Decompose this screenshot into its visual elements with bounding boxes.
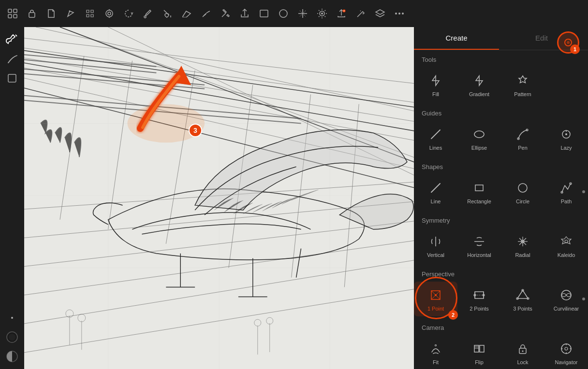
tool-rectangle[interactable]: Rectangle [457, 174, 501, 209]
fit-label: Fit [433, 359, 439, 365]
layers-toolbar-icon[interactable] [371, 5, 389, 22]
navigator-icon [558, 340, 575, 357]
svg-point-83 [565, 133, 567, 135]
tool-lines[interactable]: Lines [414, 121, 457, 156]
wand-toolbar-icon[interactable] [352, 5, 369, 22]
tool-line[interactable]: Line [414, 174, 457, 209]
kaleido-label: Kaleido [558, 252, 575, 258]
tool-horizontal[interactable]: Horizontal [457, 228, 501, 263]
tool-curvilinear[interactable]: Curvilinear [544, 282, 588, 316]
svg-line-78 [431, 130, 440, 139]
svg-point-87 [518, 184, 527, 192]
svg-point-17 [398, 13, 400, 14]
svg-point-5 [69, 11, 71, 12]
perspective-grid: 2 1 Point [414, 280, 588, 318]
sketch-canvas [24, 27, 414, 369]
brush-sidebar-icon[interactable] [3, 31, 21, 48]
right-panel: Create Edit 1 Tools [414, 27, 588, 369]
tool-pattern[interactable]: Pattern [501, 67, 544, 102]
lock-toolbar-icon[interactable] [23, 5, 41, 22]
smudge-toolbar-icon[interactable] [197, 5, 215, 22]
tool-path[interactable]: Path [544, 174, 588, 209]
tool-1point[interactable]: 1 Point [414, 282, 457, 316]
step-3-badge: 3 [189, 124, 202, 137]
svg-point-22 [9, 334, 15, 341]
fill-label: Fill [432, 91, 439, 97]
erase-toolbar-icon[interactable] [178, 5, 195, 22]
svg-rect-1 [14, 9, 17, 13]
3points-label: 3 Points [513, 306, 532, 312]
tool-navigator[interactable]: Navigator [544, 335, 588, 369]
document-toolbar-icon[interactable] [43, 5, 60, 22]
guides-grid: Lines Ellipse Pen [414, 119, 588, 157]
svg-point-18 [402, 13, 404, 14]
pattern-icon [514, 72, 531, 89]
main-area: 3 Create Edit 1 Tools [0, 27, 588, 369]
tools-grid: Fill Gradient Pattern [414, 65, 588, 104]
circle-toolbar-icon[interactable] [275, 5, 292, 22]
tool-2points[interactable]: 2 Points [457, 282, 501, 316]
upload-toolbar-icon[interactable] [333, 5, 350, 22]
svg-rect-116 [474, 345, 479, 352]
edit-circle-button[interactable]: 1 [557, 31, 579, 54]
tool-fit[interactable]: Fit [414, 335, 457, 369]
svg-rect-2 [8, 14, 12, 18]
more-toolbar-icon[interactable] [391, 5, 408, 22]
eyedropper-toolbar-icon[interactable] [139, 5, 157, 22]
tool-vertical[interactable]: Vertical [414, 228, 457, 263]
tab-create[interactable]: Create [414, 27, 499, 50]
tool-lazy[interactable]: Lazy [544, 121, 588, 156]
svg-point-6 [106, 10, 113, 17]
circle-shape-icon [514, 179, 531, 197]
brush-size-icon[interactable] [3, 309, 21, 326]
rect-toolbar-icon[interactable] [255, 5, 273, 22]
flip-icon [470, 340, 488, 357]
navigator-label: Navigator [555, 359, 577, 365]
transform-toolbar-icon[interactable] [294, 5, 311, 22]
color-circle-icon[interactable] [3, 328, 21, 346]
tool-kaleido[interactable]: Kaleido [544, 228, 588, 263]
svg-point-123 [565, 347, 568, 350]
svg-point-77 [567, 41, 570, 44]
tool-fill[interactable]: Fill [414, 67, 457, 102]
canvas-area[interactable]: 3 [24, 27, 414, 369]
pen-label: Pen [518, 145, 528, 151]
lasso-toolbar-icon[interactable] [120, 5, 137, 22]
guides-section-label: Guides [414, 104, 588, 119]
symmetry-grid: Vertical Horizontal [414, 226, 588, 265]
vertical-symmetry-icon [427, 233, 444, 250]
opacity-icon[interactable] [3, 348, 21, 365]
rectangle-icon [470, 179, 488, 197]
lines-label: Lines [429, 145, 442, 151]
tool-radial[interactable]: Radial [501, 228, 544, 263]
stamp-toolbar-icon[interactable] [313, 5, 331, 22]
tool-pen[interactable]: Pen [501, 121, 544, 156]
path-icon [558, 179, 575, 197]
svg-rect-86 [475, 185, 483, 191]
share-toolbar-icon[interactable] [236, 5, 253, 22]
svg-point-7 [108, 12, 111, 15]
camera-section-label: Camera [414, 318, 588, 333]
tool-ellipse[interactable]: Ellipse [457, 121, 501, 156]
bucket-toolbar-icon[interactable] [217, 5, 234, 22]
fill-toolbar-icon[interactable] [159, 5, 176, 22]
tool-3points[interactable]: 3 Points [501, 282, 544, 316]
svg-point-79 [474, 131, 484, 138]
shapes-grid: Line Rectangle Circle [414, 172, 588, 211]
tool-circle[interactable]: Circle [501, 174, 544, 209]
tool-gradient[interactable]: Gradient [457, 67, 501, 102]
pen-guide-icon [514, 126, 531, 143]
tool-lock[interactable]: Lock [501, 335, 544, 369]
ellipse-icon [470, 126, 488, 143]
svg-point-14 [321, 13, 323, 14]
pen-toolbar-icon[interactable] [62, 5, 79, 22]
smudge-sidebar-icon[interactable] [3, 50, 21, 68]
eraser-sidebar-icon[interactable] [3, 70, 21, 87]
ellipse-label: Ellipse [471, 145, 487, 151]
target-toolbar-icon[interactable] [101, 5, 118, 22]
procreate-logo-icon[interactable] [4, 5, 21, 22]
tool-flip[interactable]: Flip [457, 335, 501, 369]
tools-section-label: Tools [414, 50, 588, 65]
shapes-section-label: Shapes [414, 157, 588, 172]
frame-toolbar-icon[interactable] [81, 5, 99, 22]
